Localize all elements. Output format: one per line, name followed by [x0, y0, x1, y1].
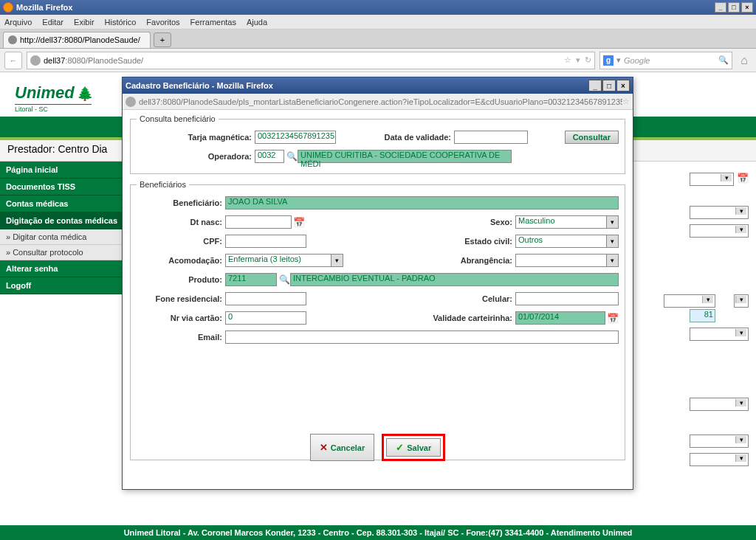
cpf-input[interactable]: [225, 235, 306, 248]
email-input[interactable]: [225, 330, 619, 344]
home-button[interactable]: ⌂: [737, 53, 752, 68]
search-icon[interactable]: 🔍: [286, 151, 298, 162]
bg-field[interactable]: [690, 398, 749, 411]
foneres-input[interactable]: [225, 292, 306, 305]
popup-maximize-button[interactable]: □: [602, 80, 616, 91]
celular-label: Celular:: [378, 294, 515, 303]
consultar-button[interactable]: Consultar: [565, 131, 619, 144]
validade-label: Data de validade:: [336, 133, 454, 142]
sidebar-item-senha[interactable]: Alterar senha: [0, 260, 137, 277]
search-icon[interactable]: 🔍: [718, 55, 729, 65]
bg-field[interactable]: [664, 294, 715, 308]
sidebar-sub-consultar[interactable]: » Consultar protocolo: [0, 245, 137, 260]
valcart-input[interactable]: 01/07/2014: [515, 311, 605, 325]
bg-field[interactable]: [690, 328, 749, 341]
bg-field[interactable]: [690, 206, 749, 219]
dtnasc-label: Dt nasc:: [137, 218, 225, 226]
beneficiario-input[interactable]: JOAO DA SILVA: [225, 196, 619, 210]
menu-arquivo[interactable]: Arquivo: [4, 18, 32, 27]
operadora-code-input[interactable]: 0032: [255, 150, 284, 163]
menu-historico[interactable]: Histórico: [105, 18, 137, 27]
cancel-button[interactable]: ✕ Cancelar: [310, 434, 374, 461]
save-label: Salvar: [407, 443, 431, 452]
estadocivil-select[interactable]: Outros: [515, 235, 619, 248]
menu-exibir[interactable]: Exibir: [74, 18, 94, 27]
reload-icon[interactable]: ↻: [585, 55, 591, 65]
search-placeholder: Google: [624, 56, 650, 65]
sidebar-item-inicial[interactable]: Página inicial: [0, 162, 137, 179]
popup-close-button[interactable]: ×: [616, 80, 630, 91]
popup-title-bar: Cadastro Beneficiário - Mozilla Firefox …: [123, 77, 633, 94]
cancel-label: Cancelar: [331, 443, 365, 452]
check-icon: ✓: [396, 442, 404, 453]
back-button[interactable]: ←: [4, 52, 22, 69]
calendar-icon[interactable]: 📅: [293, 217, 305, 228]
globe-icon: [30, 55, 41, 66]
search-box[interactable]: g ▾ Google 🔍: [599, 52, 732, 69]
search-icon[interactable]: 🔍: [278, 274, 290, 285]
firefox-icon: [3, 2, 13, 13]
nrvia-label: Nr via cartão:: [137, 314, 225, 322]
globe-icon: [8, 35, 17, 44]
sidebar-item-contas[interactable]: Contas médicas: [0, 195, 137, 212]
new-tab-button[interactable]: +: [154, 32, 171, 47]
close-button[interactable]: ×: [741, 2, 753, 13]
save-highlight: ✓ Salvar: [382, 434, 445, 461]
valcart-label: Validade carteirinha:: [378, 314, 515, 322]
maximize-button[interactable]: □: [728, 2, 740, 13]
menu-ferramentas[interactable]: Ferramentas: [190, 18, 236, 27]
foneres-label: Fone residencial:: [137, 294, 225, 303]
abrangencia-select[interactable]: [515, 254, 619, 267]
sidebar-item-tiss[interactable]: Documentos TISS: [0, 179, 137, 195]
validade-input[interactable]: [454, 131, 528, 144]
save-button[interactable]: ✓ Salvar: [386, 438, 441, 457]
dtnasc-input[interactable]: [225, 215, 292, 229]
bg-field[interactable]: [690, 453, 749, 466]
acomodacao-select[interactable]: Enfermaria (3 leitos): [225, 254, 343, 267]
window-title: Mozilla Firefox: [16, 3, 72, 12]
popup-minimize-button[interactable]: _: [588, 80, 602, 91]
bg-field[interactable]: [734, 294, 749, 308]
nrvia-input[interactable]: 0: [225, 311, 306, 325]
calendar-icon[interactable]: 📅: [607, 313, 619, 324]
star-icon[interactable]: ☆: [564, 55, 571, 65]
celular-input[interactable]: [515, 292, 619, 305]
menu-editar[interactable]: Editar: [42, 18, 63, 27]
main-title-bar: Mozilla Firefox _ □ ×: [0, 0, 756, 15]
menu-ajuda[interactable]: Ajuda: [247, 18, 267, 27]
calendar-icon[interactable]: 📅: [737, 173, 749, 184]
beneficiario-label: Beneficiário:: [137, 198, 225, 207]
nav-bar: ← dell37:8080/PlanodeSaude/ ☆ ▾ ↻ g ▾ Go…: [0, 49, 756, 72]
cpf-label: CPF:: [137, 237, 225, 246]
dropdown-icon[interactable]: ▾: [576, 55, 580, 65]
sidebar-item-logoff[interactable]: Logoff: [0, 277, 137, 294]
operadora-name: UNIMED CURITIBA - SOCIEDADE COOPERATIVA …: [298, 150, 512, 163]
popup-window: Cadastro Beneficiário - Mozilla Firefox …: [122, 77, 633, 490]
popup-title: Cadastro Beneficiário - Mozilla Firefox: [126, 81, 273, 90]
browser-tab[interactable]: http://dell37:8080/PlanodeSaude/: [3, 32, 151, 48]
popup-url-bar[interactable]: dell37:8080/PlanodeSaude/pls_montarLista…: [123, 94, 633, 110]
bg-field-81[interactable]: 81: [690, 309, 715, 322]
produto-code-input[interactable]: 7211: [225, 273, 277, 286]
search-dropdown-icon[interactable]: ▾: [616, 55, 621, 65]
bg-field[interactable]: [690, 173, 734, 186]
footer: Unimed Litoral - Av. Coronel Marcos Kond…: [0, 525, 756, 540]
operadora-label: Operadora:: [137, 152, 255, 161]
menu-favoritos[interactable]: Favoritos: [146, 18, 179, 27]
email-label: Email:: [137, 333, 225, 342]
sidebar-item-digitacao[interactable]: Digitação de contas médicas: [0, 212, 137, 229]
tree-icon: 🌲: [77, 86, 92, 100]
star-icon[interactable]: ☆: [622, 97, 630, 106]
produto-label: Produto:: [137, 275, 225, 284]
menu-bar: Arquivo Editar Exibir Histórico Favorito…: [0, 15, 756, 30]
produto-name: INTERCAMBIO EVENTUAL - PADRAO: [290, 273, 619, 286]
sidebar-sub-digitar[interactable]: » Digitar conta médica: [0, 229, 137, 245]
popup-url-text: dell37:8080/PlanodeSaude/pls_montarLista…: [139, 97, 622, 106]
bg-field[interactable]: [690, 435, 749, 448]
bg-field[interactable]: [690, 224, 749, 238]
sexo-select[interactable]: Masculino: [515, 215, 619, 229]
url-bar[interactable]: dell37:8080/PlanodeSaude/ ☆ ▾ ↻: [27, 52, 595, 69]
tarja-input[interactable]: 00321234567891235: [255, 131, 336, 144]
minimize-button[interactable]: _: [715, 2, 726, 13]
estadocivil-label: Estado civil:: [378, 237, 515, 246]
